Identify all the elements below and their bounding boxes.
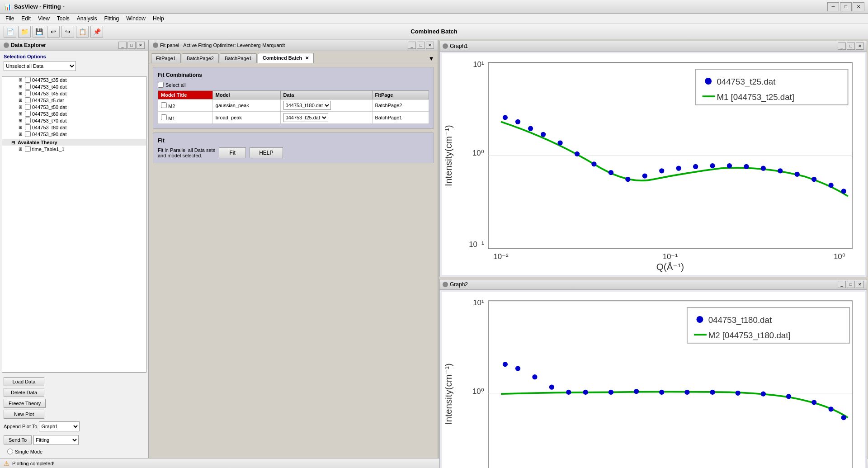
checkbox-070[interactable] bbox=[25, 118, 31, 123]
tab-batchpage1[interactable]: BatchPage1 bbox=[220, 53, 257, 63]
expand-icon-050[interactable]: ⊞ bbox=[19, 104, 25, 109]
svg-point-13 bbox=[541, 132, 546, 137]
fit-panel-controls: _ □ ✕ bbox=[408, 42, 434, 49]
tab-dropdown-btn[interactable]: ▼ bbox=[427, 54, 436, 63]
m2-data-select[interactable]: 044753_t180.dat bbox=[283, 101, 331, 110]
data-explorer-close-btn[interactable]: ✕ bbox=[137, 42, 145, 49]
graph1-maximize-btn[interactable]: □ bbox=[847, 43, 855, 50]
expand-icon-t5[interactable]: ⊞ bbox=[19, 98, 25, 103]
tree-item-040[interactable]: ⊞ 044753_t40.dat bbox=[2, 83, 146, 90]
unselect-all-dropdown[interactable]: Unselect all Data bbox=[4, 61, 76, 71]
single-mode-radio[interactable] bbox=[7, 449, 13, 454]
send-to-button[interactable]: Send To bbox=[4, 435, 32, 444]
tree-item-070[interactable]: ⊞ 044753_t70.dat bbox=[2, 117, 146, 124]
checkbox-040[interactable] bbox=[25, 84, 31, 90]
tree-item-t5[interactable]: ⊞ 044753_t5.dat bbox=[2, 97, 146, 104]
expand-icon-080[interactable]: ⊞ bbox=[19, 125, 25, 130]
checkbox-time-table[interactable] bbox=[25, 146, 31, 152]
tree-item-035[interactable]: ⊞ 044753_t35.dat bbox=[2, 76, 146, 83]
toolbar-new-btn[interactable]: 📄 bbox=[4, 26, 16, 38]
checkbox-m1[interactable] bbox=[161, 114, 167, 120]
graph1-minimize-btn[interactable]: _ bbox=[838, 43, 846, 50]
fit-panel-maximize-btn[interactable]: □ bbox=[417, 42, 425, 49]
svg-point-24 bbox=[727, 163, 732, 168]
svg-point-11 bbox=[515, 119, 520, 124]
menu-tools[interactable]: Tools bbox=[53, 14, 73, 23]
help-button[interactable]: HELP bbox=[250, 147, 283, 158]
cell-m2-model: gaussian_peak bbox=[212, 99, 280, 112]
checkbox-080[interactable] bbox=[25, 124, 31, 130]
checkbox-090[interactable] bbox=[25, 131, 31, 137]
checkbox-035[interactable] bbox=[25, 77, 31, 83]
data-explorer-maximize-btn[interactable]: □ bbox=[127, 42, 136, 49]
toolbar-copy-btn[interactable]: 📋 bbox=[76, 26, 89, 38]
tree-item-090[interactable]: ⊞ 044753_t90.dat bbox=[2, 131, 146, 137]
available-theory-section[interactable]: ⊟ Available Theory bbox=[2, 139, 146, 146]
expand-icon-time-table[interactable]: ⊞ bbox=[19, 147, 25, 151]
graph2-panel: Graph2 _ □ ✕ Q(Å⁻¹) Intensity(cm⁻¹) 10¹ … bbox=[439, 279, 867, 468]
m1-data-select[interactable]: 044753_t25.dat bbox=[283, 113, 328, 122]
send-target-dropdown[interactable]: Fitting bbox=[33, 435, 79, 445]
graph1-header: Graph1 _ □ ✕ bbox=[440, 41, 867, 52]
menu-view[interactable]: View bbox=[34, 14, 53, 23]
checkbox-060[interactable] bbox=[25, 111, 31, 117]
tree-item-050[interactable]: ⊞ 044753_t50.dat bbox=[2, 104, 146, 110]
toolbar-save-btn[interactable]: 💾 bbox=[33, 26, 45, 38]
checkbox-t5[interactable] bbox=[25, 97, 31, 103]
svg-point-49 bbox=[532, 374, 537, 379]
minimize-button[interactable]: ─ bbox=[827, 2, 839, 11]
menu-analysis[interactable]: Analysis bbox=[73, 14, 101, 23]
tree-item-time-table[interactable]: ⊞ time_Table1_1 bbox=[2, 146, 146, 152]
maximize-button[interactable]: □ bbox=[840, 2, 852, 11]
fit-button[interactable]: Fit bbox=[219, 147, 246, 158]
graph1-content: Q(Å⁻¹) Intensity(cm⁻¹) 10¹ 10⁰ 10⁻¹ 10⁻²… bbox=[442, 53, 865, 275]
expand-icon-045[interactable]: ⊞ bbox=[19, 91, 25, 96]
checkbox-050[interactable] bbox=[25, 104, 31, 110]
menu-edit[interactable]: Edit bbox=[18, 14, 34, 23]
svg-point-14 bbox=[557, 140, 562, 145]
select-all-checkbox[interactable] bbox=[158, 82, 164, 88]
expand-icon-035[interactable]: ⊞ bbox=[19, 77, 25, 82]
tree-item-060[interactable]: ⊞ 044753_t60.dat bbox=[2, 110, 146, 117]
new-plot-button[interactable]: New Plot bbox=[4, 410, 44, 419]
expand-icon-070[interactable]: ⊞ bbox=[19, 118, 25, 123]
menu-fitting[interactable]: Fitting bbox=[101, 14, 123, 23]
menu-file[interactable]: File bbox=[2, 14, 18, 23]
append-target-dropdown[interactable]: Graph1 bbox=[39, 421, 80, 431]
tab-batchpage2-label: BatchPage2 bbox=[187, 56, 214, 61]
menu-window[interactable]: Window bbox=[123, 14, 149, 23]
fit-panel-circle-icon bbox=[153, 43, 158, 48]
close-button[interactable]: ✕ bbox=[853, 2, 864, 11]
available-theory-expand[interactable]: ⊟ bbox=[11, 140, 18, 145]
toolbar-undo-btn[interactable]: ↩ bbox=[47, 26, 60, 38]
tab-combined-batch[interactable]: Combined Batch ✕ bbox=[258, 53, 314, 63]
fit-panel-header: Fit panel - Active Fitting Optimizer: Le… bbox=[149, 40, 438, 51]
toolbar-redo-btn[interactable]: ↪ bbox=[61, 26, 74, 38]
tree-item-045[interactable]: ⊞ 044753_t45.dat bbox=[2, 90, 146, 97]
delete-data-button[interactable]: Delete Data bbox=[4, 388, 44, 397]
graph2-close-btn[interactable]: ✕ bbox=[856, 281, 864, 288]
checkbox-045[interactable] bbox=[25, 90, 31, 96]
fit-combinations-title: Fit Combinations bbox=[158, 72, 429, 78]
fit-panel-minimize-btn[interactable]: _ bbox=[408, 42, 416, 49]
expand-icon-060[interactable]: ⊞ bbox=[19, 111, 25, 116]
freeze-theory-button[interactable]: Freeze Theory bbox=[4, 399, 46, 408]
expand-icon-090[interactable]: ⊞ bbox=[19, 132, 25, 137]
data-explorer-minimize-btn[interactable]: _ bbox=[118, 42, 127, 49]
graph2-maximize-btn[interactable]: □ bbox=[847, 281, 855, 288]
graph1-close-btn[interactable]: ✕ bbox=[856, 43, 864, 50]
tab-fitpage1[interactable]: FitPage1 bbox=[151, 53, 181, 63]
expand-icon-040[interactable]: ⊞ bbox=[19, 84, 25, 89]
tab-fitpage1-label: FitPage1 bbox=[156, 56, 176, 61]
load-data-button[interactable]: Load Data bbox=[4, 377, 44, 386]
graph2-minimize-btn[interactable]: _ bbox=[838, 281, 846, 288]
toolbar-open-btn[interactable]: 📁 bbox=[18, 26, 31, 38]
toolbar-paste-btn[interactable]: 📌 bbox=[90, 26, 103, 38]
tab-batchpage2[interactable]: BatchPage2 bbox=[182, 53, 219, 63]
fit-panel-close-btn[interactable]: ✕ bbox=[426, 42, 434, 49]
tree-item-080[interactable]: ⊞ 044753_t80.dat bbox=[2, 124, 146, 131]
graph2-content: Q(Å⁻¹) Intensity(cm⁻¹) 10¹ 10⁰ 10⁻¹ 10⁻²… bbox=[442, 292, 865, 468]
checkbox-m2[interactable] bbox=[161, 102, 167, 108]
menu-help[interactable]: Help bbox=[149, 14, 168, 23]
tab-combined-batch-close[interactable]: ✕ bbox=[305, 56, 309, 61]
